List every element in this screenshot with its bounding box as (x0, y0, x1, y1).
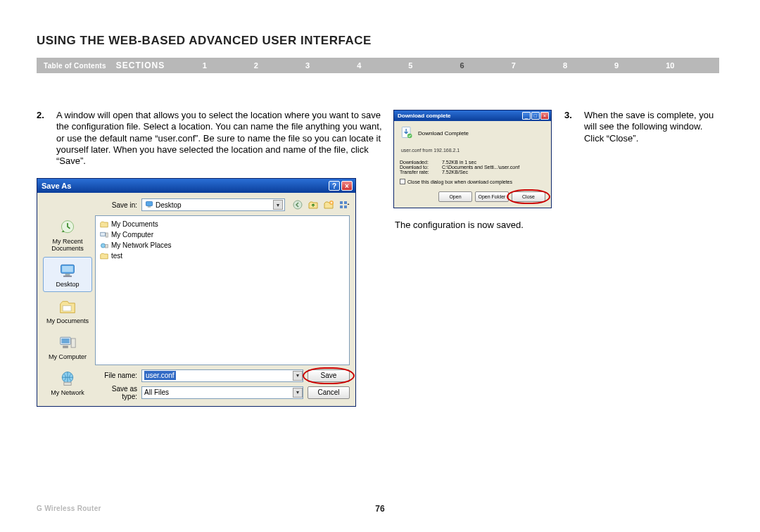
save-as-type-dropdown[interactable]: All Files ▾ (141, 386, 303, 399)
save-as-title: Save As (42, 182, 327, 190)
nav-toc-link[interactable]: Table of Contents (37, 62, 116, 70)
cancel-button[interactable]: Cancel (308, 386, 350, 399)
list-item[interactable]: test (100, 251, 345, 261)
places-my-computer[interactable]: My Computer (43, 329, 92, 364)
close-when-complete-checkbox[interactable]: Close this dialog box when download comp… (400, 179, 545, 184)
file-name-row: File name: user.conf ▾ Save (95, 369, 350, 382)
help-icon[interactable]: ? (329, 181, 340, 191)
file-list[interactable]: My Documents My Computer My Network Plac… (95, 215, 350, 365)
minimize-icon[interactable]: _ (522, 112, 531, 120)
download-heading-row: Download Complete (400, 125, 545, 141)
close-button[interactable]: Close (512, 191, 545, 202)
my-documents-icon (57, 297, 78, 317)
save-as-body: My Recent Documents Desktop (37, 193, 355, 406)
step-3: 3. When the save is complete, you will s… (564, 110, 723, 208)
places-recent[interactable]: My Recent Documents (43, 214, 92, 255)
chevron-down-icon: ▾ (293, 371, 303, 381)
file-name-input[interactable]: user.conf ▾ (141, 369, 303, 382)
page-title: USING THE WEB-BASED ADVANCED USER INTERF… (37, 34, 723, 48)
file-name-value: user.conf (144, 371, 176, 380)
nav-num-4[interactable]: 4 (357, 61, 361, 70)
list-item[interactable]: My Documents (100, 219, 345, 229)
save-as-type-value: All Files (142, 388, 293, 396)
list-item[interactable]: My Computer (100, 229, 345, 240)
save-in-value: Desktop (144, 201, 273, 209)
nav-num-1[interactable]: 1 (203, 61, 207, 70)
view-menu-icon[interactable] (338, 199, 350, 210)
svg-rect-13 (148, 207, 151, 208)
list-item[interactable]: My Network Places (100, 240, 345, 251)
places-my-network-label: My Network (51, 390, 84, 396)
downloaded-value: 7.52KB in 1 sec (442, 160, 545, 165)
save-as-titlebar: Save As ? × (37, 179, 355, 193)
save-as-dialog: Save As ? × My Recent Documents (37, 178, 356, 407)
svg-rect-19 (344, 205, 347, 208)
open-folder-button[interactable]: Open Folder (475, 191, 509, 202)
places-my-network[interactable]: My Network (43, 365, 92, 400)
my-network-icon (57, 369, 78, 388)
save-button[interactable]: Save (308, 369, 350, 382)
save-as-type-row: Save as type: All Files ▾ Cancel (95, 385, 350, 400)
download-subtext: user.conf from 192.168.2.1 (401, 148, 545, 153)
maximize-icon[interactable]: □ (531, 112, 540, 120)
download-to-value: C:\Documents and Setti...\user.conf (442, 165, 545, 170)
nav-num-5[interactable]: 5 (408, 61, 412, 70)
download-buttons: Open Open Folder Close (400, 191, 545, 202)
close-when-complete-label: Close this dialog box when download comp… (407, 179, 512, 184)
step-2-number: 2. (37, 110, 56, 167)
close-icon[interactable]: × (341, 181, 353, 191)
places-my-documents-label: My Documents (46, 318, 89, 324)
nav-numbers-group: 1 2 3 4 5 6 7 8 9 10 (179, 61, 719, 70)
list-item-label: My Network Places (111, 241, 172, 249)
nav-num-9[interactable]: 9 (614, 61, 619, 70)
nav-num-10[interactable]: 10 (666, 61, 674, 70)
svg-rect-20 (101, 232, 106, 236)
list-item-label: test (111, 252, 122, 260)
footer-page-number: 76 (375, 504, 384, 514)
open-button[interactable]: Open (438, 191, 472, 202)
svg-rect-21 (106, 233, 108, 237)
column-right: Download complete _ □ × Download Complet… (393, 110, 723, 407)
svg-rect-16 (340, 201, 343, 204)
chevron-down-icon: ▾ (293, 388, 303, 398)
section-nav: Table of Contents SECTIONS 1 2 3 4 5 6 7… (37, 58, 719, 73)
nav-num-6[interactable]: 6 (460, 61, 464, 70)
places-my-computer-label: My Computer (49, 354, 87, 360)
recent-documents-icon (57, 217, 78, 237)
transfer-rate-label: Transfer rate: (400, 170, 442, 175)
right-top-row: Download complete _ □ × Download Complet… (393, 110, 723, 208)
my-computer-icon (57, 333, 78, 353)
svg-rect-23 (106, 244, 108, 248)
back-icon[interactable] (292, 199, 303, 210)
places-desktop[interactable]: Desktop (43, 257, 92, 291)
transfer-rate-value: 7.52KB/Sec (442, 170, 545, 175)
svg-rect-4 (63, 276, 72, 277)
download-details: Downloaded:7.52KB in 1 sec Download to:C… (400, 160, 545, 175)
save-in-value-text: Desktop (156, 201, 182, 209)
nav-num-7[interactable]: 7 (512, 61, 516, 70)
step-3-text: When the save is complete, you will see … (584, 110, 723, 144)
places-my-documents[interactable]: My Documents (43, 293, 92, 328)
nav-num-3[interactable]: 3 (305, 61, 310, 70)
places-desktop-label: Desktop (56, 281, 79, 288)
download-heading: Download Complete (418, 130, 469, 137)
svg-point-22 (101, 243, 106, 248)
nav-num-2[interactable]: 2 (254, 61, 258, 70)
checkbox-icon (400, 179, 405, 184)
places-bar: My Recent Documents Desktop (43, 214, 92, 400)
nav-num-8[interactable]: 8 (563, 61, 567, 70)
svg-rect-18 (340, 205, 343, 208)
footer-product-name: G Wireless Router (37, 505, 101, 512)
download-body: Download Complete user.conf from 192.168… (394, 121, 551, 208)
chevron-down-icon: ▾ (273, 200, 283, 210)
new-folder-icon[interactable] (323, 199, 334, 210)
file-name-label: File name: (95, 372, 137, 379)
svg-rect-5 (63, 305, 71, 311)
up-folder-icon[interactable] (308, 199, 319, 210)
places-recent-label: My Recent Documents (45, 239, 90, 252)
svg-point-14 (293, 201, 302, 209)
svg-rect-2 (62, 266, 72, 272)
save-in-dropdown[interactable]: Desktop ▾ (141, 198, 285, 211)
list-item-label: My Documents (111, 220, 158, 228)
close-icon[interactable]: × (540, 112, 549, 120)
